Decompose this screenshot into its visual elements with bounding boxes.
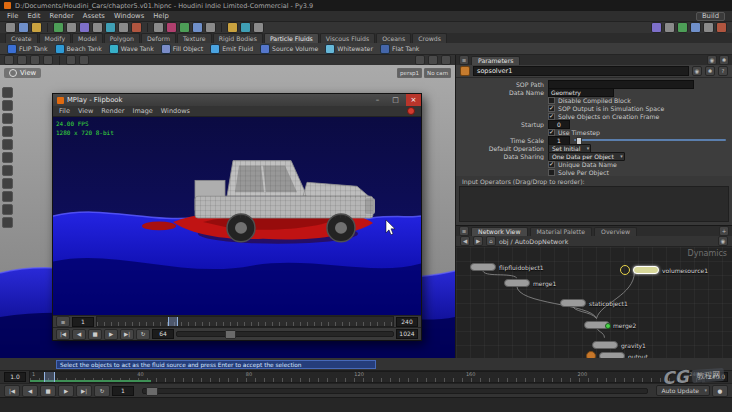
shelf-tab-modify[interactable]: Modify	[39, 33, 72, 43]
menu-render[interactable]: Render	[50, 12, 74, 20]
node-output[interactable]: output	[586, 351, 648, 358]
pane-menu-icon[interactable]: ≡	[459, 226, 469, 236]
shade-mode-icon[interactable]	[415, 55, 425, 65]
render-region-icon[interactable]	[2, 204, 13, 215]
mplay-stop-button[interactable]: ■	[88, 329, 102, 340]
play-button[interactable]: ▶	[58, 385, 74, 397]
pose-icon[interactable]	[2, 152, 13, 163]
shelf-tab-oceans[interactable]: Oceans	[376, 33, 411, 43]
node-merge1[interactable]: merge1	[504, 279, 556, 287]
viewport-label[interactable]: View	[4, 68, 41, 78]
menu-edit[interactable]: Edit	[27, 12, 40, 20]
toolbar-icon[interactable]	[105, 22, 116, 33]
gear-icon[interactable]: ✱	[705, 66, 715, 76]
data-sharing-dropdown[interactable]: One Data per Object	[548, 152, 625, 161]
current-frame-field[interactable]: 1	[112, 386, 134, 396]
global-scale-slider[interactable]	[142, 388, 648, 394]
toolbar-icon[interactable]	[651, 22, 662, 33]
pin-icon[interactable]: ◉	[692, 66, 702, 76]
toolbar-icon[interactable]	[677, 22, 688, 33]
rotate-tool-icon[interactable]	[30, 55, 40, 65]
mplay-loop-button[interactable]: ↻	[136, 329, 150, 340]
persp-selector[interactable]: persp1	[397, 68, 422, 78]
node-staticobject1[interactable]: staticobject1	[560, 299, 628, 307]
mplay-playhead[interactable]	[168, 317, 178, 326]
checkbox[interactable]	[548, 169, 555, 176]
shelf-tool-fill-object[interactable]: Fill Object	[161, 44, 203, 54]
node-body[interactable]	[584, 321, 610, 329]
loop-button[interactable]: ↻	[94, 385, 110, 397]
toolbar-icon[interactable]	[179, 22, 190, 33]
shelf-tool-flip-tank[interactable]: FLIP Tank	[7, 44, 48, 54]
toolbar-icon[interactable]	[690, 22, 701, 33]
title-bar[interactable]: D:/Documents/Houdini_Cars/chapter5.v01.h…	[0, 0, 732, 11]
toolbar-icon[interactable]	[192, 22, 203, 33]
scale-icon[interactable]	[2, 139, 13, 150]
toolbar-icon[interactable]	[66, 22, 77, 33]
mplay-title-bar[interactable]: MPlay - Flipbook – □ ×	[53, 94, 421, 106]
shelf-tool-beach-tank[interactable]: Beach Tank	[55, 44, 102, 54]
to-end-button[interactable]: ▶|	[76, 385, 92, 397]
mplay-to-start-button[interactable]: |◀	[56, 329, 70, 340]
toolbar-icon[interactable]	[227, 22, 238, 33]
shelf-tab-crowds[interactable]: Crowds	[412, 33, 447, 43]
back-icon[interactable]: ◀	[460, 236, 470, 246]
network-path[interactable]: obj / AutoDopNetwork	[499, 238, 568, 245]
node-volumesource1[interactable]: volumesource1	[620, 265, 708, 275]
menu-assets[interactable]: Assets	[83, 12, 105, 20]
step-back-button[interactable]: ◀	[22, 385, 38, 397]
node-body[interactable]	[599, 352, 625, 358]
checkbox[interactable]: ✓	[548, 161, 555, 168]
scene-viewport[interactable]: View persp1 No cam	[0, 65, 455, 358]
checkbox[interactable]: ✓	[548, 113, 555, 120]
input-operators-list[interactable]	[459, 186, 729, 222]
mplay-menu-file[interactable]: File	[59, 107, 70, 115]
move-tool-icon[interactable]	[17, 55, 27, 65]
snap-icon[interactable]	[66, 55, 76, 65]
view-tool-icon[interactable]	[2, 87, 13, 98]
light-icon[interactable]	[2, 191, 13, 202]
node-gravity1[interactable]: gravity1	[592, 341, 646, 349]
mplay-to-end-button[interactable]: ▶|	[120, 329, 134, 340]
toolbar-icon[interactable]	[92, 22, 103, 33]
shelf-tab-polygon[interactable]: Polygon	[104, 33, 140, 43]
gear-icon[interactable]: ✱	[719, 55, 729, 65]
mplay-image-area[interactable]: 24.00 FPS 1280 x 720 8-bit	[53, 117, 421, 315]
checkbox[interactable]	[548, 97, 555, 104]
mplay-scrub-slider[interactable]	[176, 331, 394, 337]
shelf-tool-whitewater[interactable]: Whitewater	[325, 44, 373, 54]
close-button[interactable]: ×	[406, 94, 421, 106]
toolbar-icon[interactable]	[166, 22, 177, 33]
menu-help[interactable]: Help	[153, 12, 169, 20]
toolbar-icon[interactable]	[664, 22, 675, 33]
frame-ruler[interactable]: 1 40 80 120 160 200 240	[29, 371, 702, 383]
shelf-tool-emit-fluid[interactable]: Emit Fluid	[210, 44, 253, 54]
display-options-icon[interactable]	[428, 55, 438, 65]
camera-selector[interactable]: No cam	[424, 68, 451, 78]
node-flipfluidobject1[interactable]: flipfluidobject1	[470, 263, 544, 271]
toolbar-icon[interactable]	[205, 22, 216, 33]
node-body[interactable]	[560, 299, 586, 307]
shelf-tab-model[interactable]: Model	[72, 33, 103, 43]
mplay-menu-image[interactable]: Image	[132, 107, 152, 115]
node-body[interactable]	[470, 263, 496, 271]
data-name-field[interactable]: Geometry	[548, 88, 614, 97]
tab-overview[interactable]: Overview	[594, 227, 637, 236]
mplay-current-frame[interactable]: 64	[152, 329, 174, 339]
menu-windows[interactable]: Windows	[114, 12, 144, 20]
node-merge2[interactable]: merge2	[584, 321, 636, 329]
shelf-tool-wave-tank[interactable]: Wave Tank	[109, 44, 154, 54]
scale-tool-icon[interactable]	[43, 55, 53, 65]
shelf-tab-texture[interactable]: Texture	[177, 33, 212, 43]
shelf-tab-viscous-fluids[interactable]: Viscous Fluids	[320, 33, 375, 43]
tab-parameters[interactable]: Parameters	[471, 56, 520, 65]
tab-material-palette[interactable]: Material Palette	[530, 227, 593, 236]
toolbar-icon[interactable]	[240, 22, 251, 33]
toolbar-icon[interactable]	[703, 22, 714, 33]
select-icon[interactable]	[2, 100, 13, 111]
mplay-menu-view[interactable]: View	[78, 107, 93, 115]
grid-icon[interactable]	[79, 55, 89, 65]
translate-icon[interactable]	[2, 113, 13, 124]
toolbar-icon[interactable]	[253, 22, 264, 33]
forward-icon[interactable]: ▶	[473, 236, 483, 246]
